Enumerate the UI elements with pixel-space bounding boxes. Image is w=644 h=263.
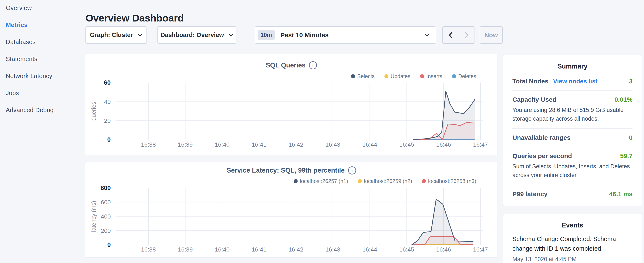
dashboard-dropdown[interactable]: Dashboard: Overview — [157, 26, 236, 44]
summary-row-description: Sum of Selects, Updates, Inserts, and De… — [512, 162, 632, 179]
summary-row-value: 3 — [629, 78, 632, 85]
view-nodes-list-link[interactable]: View nodes list — [553, 78, 598, 85]
sidebar-item-statements[interactable]: Statements — [0, 51, 84, 68]
svg-text:16:43: 16:43 — [326, 246, 340, 253]
svg-text:16:44: 16:44 — [362, 141, 377, 148]
svg-text:600: 600 — [101, 199, 110, 205]
sidebar-item-advanced-debug[interactable]: Advanced Debug — [0, 102, 84, 119]
event-item[interactable]: Schema Change Completed: Schema change w… — [512, 234, 632, 262]
sidebar-item-network-latency[interactable]: Network Latency — [0, 68, 84, 85]
svg-text:16:38: 16:38 — [141, 246, 156, 253]
summary-row-value: 46.1 ms — [609, 190, 632, 198]
summary-row-label: Capacity Used — [512, 96, 556, 103]
summary-row: Total NodesView nodes list3 — [512, 72, 632, 90]
now-button[interactable]: Now — [480, 26, 502, 44]
svg-text:800: 800 — [100, 184, 111, 191]
svg-text:16:47: 16:47 — [473, 246, 488, 253]
svg-text:16:38: 16:38 — [141, 141, 156, 148]
summary-row-label: Queries per second — [512, 152, 572, 160]
svg-text:0: 0 — [107, 136, 111, 143]
svg-text:16:43: 16:43 — [326, 141, 340, 148]
sidebar: OverviewMetricsDatabasesStatementsNetwor… — [0, 0, 84, 119]
svg-text:16:46: 16:46 — [436, 246, 451, 253]
svg-text:400: 400 — [101, 213, 110, 220]
svg-text:latency (ms): latency (ms) — [90, 201, 97, 232]
service-latency-chart-card: Service Latency: SQL, 99th percentile i … — [85, 162, 498, 258]
summary-row-description: You are using 28.6 MiB of 515.9 GiB usab… — [512, 106, 632, 123]
summary-row: P99 latency46.1 ms — [512, 185, 632, 203]
svg-text:200: 200 — [101, 227, 110, 234]
chevron-down-icon — [228, 34, 233, 37]
svg-text:16:45: 16:45 — [399, 246, 414, 253]
svg-text:16:44: 16:44 — [362, 246, 377, 253]
event-timestamp: May 13, 2020 at 4:45 PM — [512, 256, 632, 262]
svg-text:queries: queries — [90, 102, 97, 120]
time-range-dropdown[interactable]: 10m Past 10 Minutes — [255, 26, 436, 44]
events-heading: Events — [512, 221, 632, 229]
summary-row: Unavailable ranges0 — [512, 128, 632, 147]
chevron-down-icon — [138, 34, 142, 37]
chevron-left-icon — [448, 32, 453, 39]
dashboard-dropdown-label: Dashboard: Overview — [160, 32, 224, 39]
events-list: Schema Change Completed: Schema change w… — [512, 234, 632, 262]
svg-text:20: 20 — [104, 117, 111, 124]
sidebar-item-databases[interactable]: Databases — [0, 34, 84, 51]
sidebar-item-jobs[interactable]: Jobs — [0, 85, 84, 102]
svg-text:16:39: 16:39 — [178, 246, 193, 253]
graph-dropdown[interactable]: Graph: Cluster — [86, 26, 147, 44]
summary-heading: Summary — [512, 63, 632, 70]
summary-row-label: Unavailable ranges — [512, 134, 570, 141]
summary-panel: Summary Total NodesView nodes list3Capac… — [503, 55, 642, 206]
page: OverviewMetricsDatabasesStatementsNetwor… — [0, 0, 644, 263]
time-pager — [442, 26, 475, 44]
svg-text:60: 60 — [104, 79, 110, 86]
sql-queries-chart-card: SQL Queries i SelectsUpdatesInsertsDelet… — [85, 54, 498, 155]
sidebar-item-metrics[interactable]: Metrics — [0, 16, 84, 34]
chevron-right-icon — [464, 32, 469, 39]
svg-text:16:41: 16:41 — [252, 246, 266, 253]
svg-text:16:42: 16:42 — [288, 141, 304, 148]
summary-row-label: P99 latency — [512, 190, 548, 198]
svg-text:16:40: 16:40 — [215, 141, 230, 148]
event-text: Schema Change Completed: Schema change w… — [512, 234, 632, 253]
time-range-badge: 10m — [258, 30, 275, 40]
svg-text:16:41: 16:41 — [252, 141, 266, 148]
service-latency-chart: 16:3816:3916:4016:4116:4216:4316:4416:45… — [85, 162, 498, 257]
sidebar-item-overview[interactable]: Overview — [0, 0, 84, 16]
events-panel: Events Schema Change Completed: Schema c… — [503, 214, 642, 263]
summary-row-value: 0 — [629, 134, 632, 141]
summary-row: Queries per second59.7Sum of Selects, Up… — [512, 147, 632, 185]
summary-row-value: 0.01% — [614, 96, 632, 103]
next-time-button[interactable] — [458, 27, 475, 43]
toolbar-divider — [247, 27, 247, 43]
svg-text:40: 40 — [104, 99, 111, 105]
svg-text:16:46: 16:46 — [436, 141, 451, 148]
svg-text:16:40: 16:40 — [215, 246, 230, 253]
time-range-label: Past 10 Minutes — [280, 32, 424, 39]
svg-text:16:39: 16:39 — [178, 141, 193, 148]
svg-text:16:47: 16:47 — [473, 141, 488, 148]
summary-rows: Total NodesView nodes list3Capacity Used… — [512, 72, 632, 203]
summary-row: Capacity Used0.01%You are using 28.6 MiB… — [512, 90, 632, 128]
sql-queries-chart: 16:3816:3916:4016:4116:4216:4316:4416:45… — [85, 54, 498, 155]
svg-text:16:42: 16:42 — [288, 246, 304, 253]
page-title: Overview Dashboard — [86, 12, 184, 24]
summary-row-label: Total Nodes — [512, 78, 548, 85]
graph-dropdown-label: Graph: Cluster — [90, 32, 133, 39]
svg-text:16:45: 16:45 — [399, 141, 414, 148]
summary-row-value: 59.7 — [620, 152, 632, 160]
prev-time-button[interactable] — [443, 27, 458, 43]
sidebar-nav-list: OverviewMetricsDatabasesStatementsNetwor… — [0, 0, 84, 119]
chevron-down-icon — [424, 34, 430, 37]
svg-text:0: 0 — [107, 241, 111, 248]
